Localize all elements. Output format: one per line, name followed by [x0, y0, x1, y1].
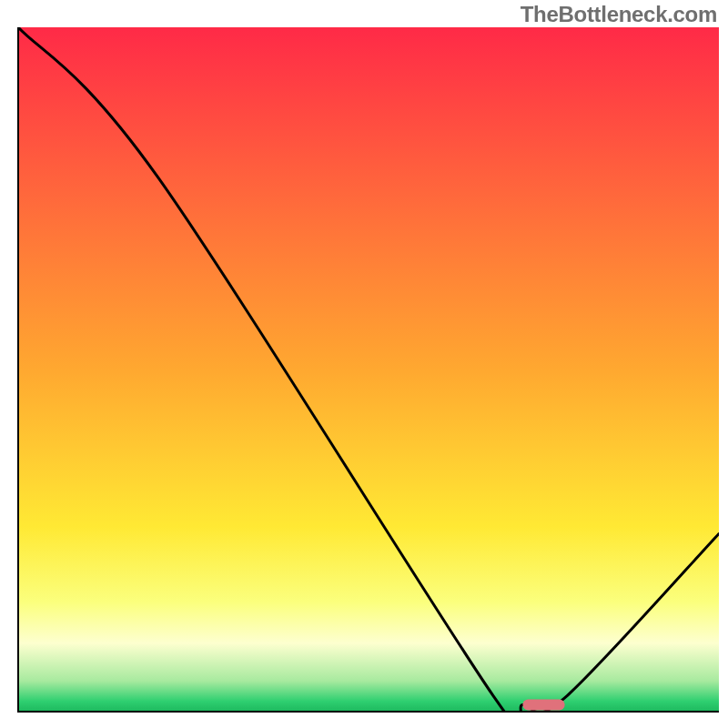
watermark-text: TheBottleneck.com — [521, 2, 717, 27]
mask-bottom — [0, 712, 728, 728]
chart-container: TheBottleneck.com — [0, 0, 728, 728]
mask-right — [719, 0, 728, 728]
bottleneck-chart — [0, 0, 728, 728]
mask-left — [0, 0, 18, 728]
optimum-marker — [522, 699, 564, 710]
